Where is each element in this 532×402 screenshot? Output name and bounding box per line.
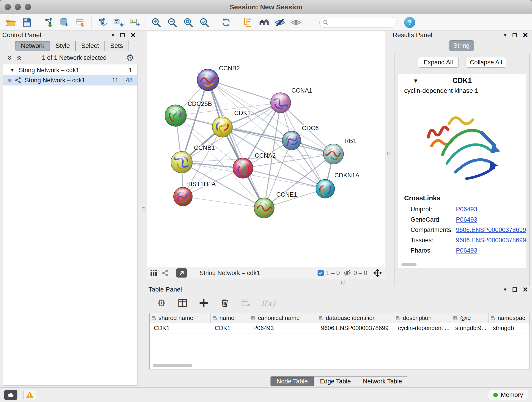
tab-style[interactable]: Style <box>50 41 76 51</box>
collapse-all-button[interactable]: Collapse All <box>466 57 506 68</box>
tab-node-table[interactable]: Node Table <box>270 376 314 386</box>
home-icon[interactable] <box>258 17 270 28</box>
pan-crosshair-icon[interactable] <box>373 269 382 277</box>
table-row[interactable]: CDK1CDK1P064939606.ENSP00000378699cyclin… <box>150 323 530 333</box>
splitter-handle[interactable] <box>387 152 391 155</box>
birdseye-view-button[interactable] <box>176 268 187 278</box>
table-cell[interactable]: 9606.ENSP00000378699 <box>317 323 394 333</box>
tab-network-table[interactable]: Network Table <box>357 376 408 386</box>
crosslink-link[interactable]: 9606.ENSP00000378699 <box>456 237 526 244</box>
show-columns-icon[interactable] <box>177 297 188 309</box>
copy-document-icon[interactable] <box>242 17 254 28</box>
selected-checkbox-icon[interactable] <box>317 270 324 276</box>
search-box[interactable] <box>319 17 397 28</box>
warnings-button[interactable] <box>23 390 36 400</box>
network-node-CCNB2[interactable]: CCNB2 <box>197 65 240 91</box>
table-cell[interactable]: P06493 <box>249 323 317 333</box>
show-all-icon[interactable] <box>290 17 302 28</box>
network-node-RB1[interactable]: RB1 <box>323 138 356 164</box>
minimize-window-icon[interactable] <box>15 4 21 10</box>
close-window-icon[interactable] <box>5 4 11 10</box>
panel-float-icon[interactable]: ▾ <box>504 287 507 292</box>
refresh-icon[interactable] <box>220 17 232 28</box>
network-node-HIST1H1A[interactable]: HIST1H1A <box>174 181 216 206</box>
tab-network[interactable]: Network <box>15 41 50 51</box>
column-header-name[interactable]: name <box>210 313 249 323</box>
panel-close-icon[interactable]: × <box>523 285 528 294</box>
import-network-database-icon[interactable] <box>59 17 70 28</box>
network-view-title: String Network – cdk1 <box>200 269 260 277</box>
grid-view-icon[interactable] <box>150 269 157 277</box>
table-cell[interactable]: stringdb <box>489 323 530 333</box>
column-header-shared-name[interactable]: shared name <box>150 313 210 323</box>
table-cell[interactable]: cyclin-dependent ... <box>394 323 451 333</box>
panel-maximize-icon[interactable] <box>513 287 517 292</box>
export-image-icon[interactable] <box>129 17 140 28</box>
tab-edge-table[interactable]: Edge Table <box>314 376 357 386</box>
clone-network-icon[interactable] <box>113 17 124 28</box>
splitter-handle[interactable] <box>341 281 345 284</box>
panel-close-icon[interactable]: × <box>523 31 528 39</box>
column-header-namespac[interactable]: namespac <box>489 313 530 323</box>
import-network-file-icon[interactable] <box>43 17 54 28</box>
network-options-gear-icon[interactable]: ⚙ <box>126 53 134 62</box>
panel-maximize-icon[interactable] <box>513 33 517 37</box>
save-session-icon[interactable] <box>21 17 32 28</box>
disclosure-triangle-icon[interactable]: ▼ <box>10 67 15 73</box>
tab-string[interactable]: String <box>449 40 474 51</box>
search-input[interactable] <box>331 19 393 26</box>
network-collection-count: 1 <box>129 67 132 74</box>
disclosure-triangle-icon[interactable]: ▼ <box>413 77 418 84</box>
toolbar-group <box>0 16 38 29</box>
hide-selected-icon[interactable] <box>274 17 286 28</box>
network-overview-share-icon[interactable] <box>162 269 169 277</box>
network-node-CCNA1[interactable]: CCNA1 <box>271 87 312 113</box>
crosslink-link[interactable]: P06493 <box>456 216 477 223</box>
hidden-eye-slash-icon[interactable] <box>343 269 351 277</box>
cloud-status-button[interactable] <box>4 390 17 400</box>
panel-maximize-icon[interactable] <box>120 33 125 37</box>
table-cell[interactable]: stringdb:9... <box>451 323 489 333</box>
zoom-fit-icon[interactable] <box>183 17 194 28</box>
new-network-selection-icon[interactable] <box>97 17 108 28</box>
column-header-canonical-name[interactable]: canonical name <box>249 313 317 323</box>
expand-all-icon[interactable] <box>16 55 22 61</box>
table-horizontal-scrollbar[interactable] <box>153 364 192 367</box>
splitter-handle[interactable] <box>142 207 145 211</box>
delete-table-icon-disabled <box>240 297 252 309</box>
table-settings-gear-icon[interactable]: ⚙ <box>156 297 167 309</box>
table-cell[interactable]: CDK1 <box>150 323 210 333</box>
tab-sets[interactable]: Sets <box>105 41 129 51</box>
zoom-selected-icon[interactable] <box>199 17 210 28</box>
network-view[interactable]: CCNB2CCNA1CDC25BCDK1CDC6RB1CCNB1CCNA2CDK… <box>147 31 385 267</box>
network-collection-row[interactable]: ▼ String Network – cdk1 1 <box>3 64 137 75</box>
table-cell[interactable]: CDK1 <box>210 323 249 333</box>
delete-column-trash-icon[interactable] <box>219 297 230 309</box>
panel-float-icon[interactable]: ▾ <box>112 32 114 38</box>
help-button[interactable]: ? <box>404 17 415 28</box>
crosslink-link[interactable]: P06493 <box>456 206 477 213</box>
column-header-@id[interactable]: @id <box>451 313 489 323</box>
zoom-in-icon[interactable] <box>151 17 162 28</box>
collapse-all-icon[interactable] <box>6 55 13 61</box>
network-node-CDKN1A[interactable]: CDKN1A <box>316 172 360 198</box>
open-file-icon[interactable] <box>5 17 17 28</box>
panel-float-icon[interactable]: ▾ <box>504 32 507 38</box>
zoom-window-icon[interactable] <box>25 4 31 10</box>
expand-all-button[interactable]: Expand All <box>418 57 459 68</box>
panel-close-icon[interactable]: × <box>131 31 136 39</box>
zoom-out-icon[interactable] <box>167 17 178 28</box>
memory-button[interactable]: Memory <box>488 390 528 400</box>
results-horizontal-scrollbar[interactable] <box>401 263 417 266</box>
add-column-icon[interactable] <box>198 297 209 309</box>
crosslink-link[interactable]: P06493 <box>456 247 477 254</box>
crosslink-link[interactable]: 9606.ENSP00000378699 <box>456 226 526 234</box>
column-header-database-identifier[interactable]: database identifier <box>317 313 394 323</box>
column-header-description[interactable]: description <box>394 313 451 323</box>
titlebar[interactable]: Session: New Session <box>0 0 532 14</box>
main-toolbar: ? <box>0 14 532 31</box>
import-table-file-icon[interactable] <box>75 17 86 28</box>
tab-select[interactable]: Select <box>76 41 105 51</box>
protein-card-header[interactable]: ▼ CDK1 <box>398 74 526 87</box>
network-row-selected[interactable]: String Network – cdk1 11 48 <box>3 75 137 85</box>
